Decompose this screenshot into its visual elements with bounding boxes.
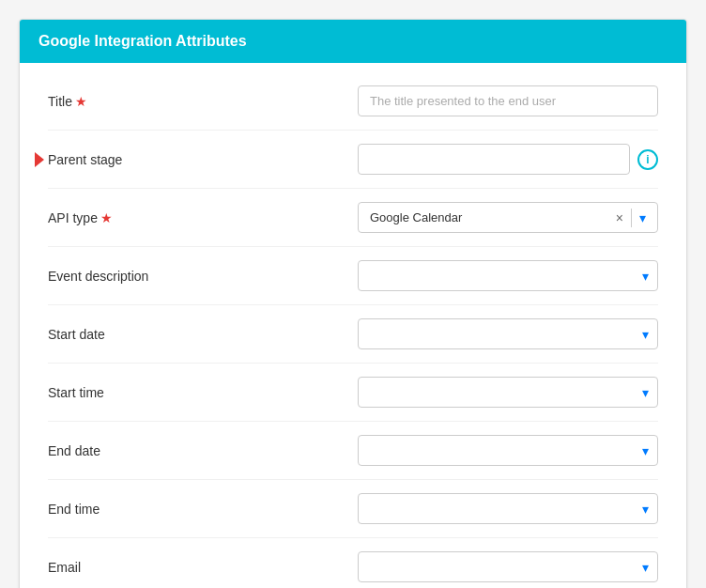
email-select[interactable] <box>358 551 658 582</box>
end-date-select[interactable] <box>358 435 658 466</box>
field-row-api-type: API type ★ Google Calendar × ▾ <box>48 189 658 247</box>
control-parent-stage: i <box>358 144 658 175</box>
label-api-type: API type ★ <box>48 210 358 225</box>
info-icon-parent-stage[interactable]: i <box>637 149 658 170</box>
end-time-select[interactable] <box>358 493 658 524</box>
label-start-time: Start time <box>48 385 358 400</box>
parent-stage-input[interactable] <box>358 144 630 175</box>
title-input[interactable] <box>358 85 658 116</box>
select-wrapper-event-description: ▾ <box>358 260 658 291</box>
label-title: Title ★ <box>48 94 358 109</box>
start-time-select[interactable] <box>358 377 658 408</box>
field-row-parent-stage: Parent stage i <box>48 131 658 189</box>
label-event-description: Event description <box>48 269 358 284</box>
select-wrapper-end-date: ▾ <box>358 435 658 466</box>
api-type-divider <box>631 209 632 227</box>
select-wrapper-start-time: ▾ <box>358 377 658 408</box>
label-end-date: End date <box>48 443 358 458</box>
label-parent-stage: Parent stage <box>48 152 358 167</box>
field-row-email: Email ▾ <box>48 538 658 588</box>
card-body: Title ★ Parent stage i API type ★ <box>20 63 686 588</box>
control-email: ▾ <box>358 551 658 582</box>
control-end-time: ▾ <box>358 493 658 524</box>
field-row-start-time: Start time ▾ <box>48 364 658 422</box>
field-row-title: Title ★ <box>48 72 658 131</box>
control-end-date: ▾ <box>358 435 658 466</box>
google-integration-attributes-card: Google Integration Attributes Title ★ Pa… <box>19 19 687 588</box>
control-start-time: ▾ <box>358 377 658 408</box>
api-type-value: Google Calendar <box>370 203 612 232</box>
label-end-time: End time <box>48 502 358 517</box>
field-row-start-date: Start date ▾ <box>48 305 658 364</box>
label-email: Email <box>48 560 358 575</box>
field-row-end-time: End time ▾ <box>48 480 658 538</box>
select-wrapper-email: ▾ <box>358 551 658 582</box>
control-event-description: ▾ <box>358 260 658 291</box>
field-row-end-date: End date ▾ <box>48 422 658 480</box>
select-wrapper-end-time: ▾ <box>358 493 658 524</box>
control-title <box>358 85 658 116</box>
api-type-clear-icon[interactable]: × <box>612 210 627 225</box>
label-start-date: Start date <box>48 327 358 342</box>
field-row-event-description: Event description ▾ <box>48 247 658 305</box>
control-start-date: ▾ <box>358 318 658 349</box>
card-title: Google Integration Attributes <box>38 33 247 49</box>
select-wrapper-start-date: ▾ <box>358 318 658 349</box>
required-star-api-type: ★ <box>100 210 113 225</box>
api-type-chevron-icon[interactable]: ▾ <box>636 210 650 225</box>
card-header: Google Integration Attributes <box>20 20 686 63</box>
api-type-selector[interactable]: Google Calendar × ▾ <box>358 202 658 233</box>
required-star-title: ★ <box>75 94 87 109</box>
control-api-type: Google Calendar × ▾ <box>358 202 658 233</box>
event-description-select[interactable] <box>358 260 658 291</box>
start-date-select[interactable] <box>358 318 658 349</box>
